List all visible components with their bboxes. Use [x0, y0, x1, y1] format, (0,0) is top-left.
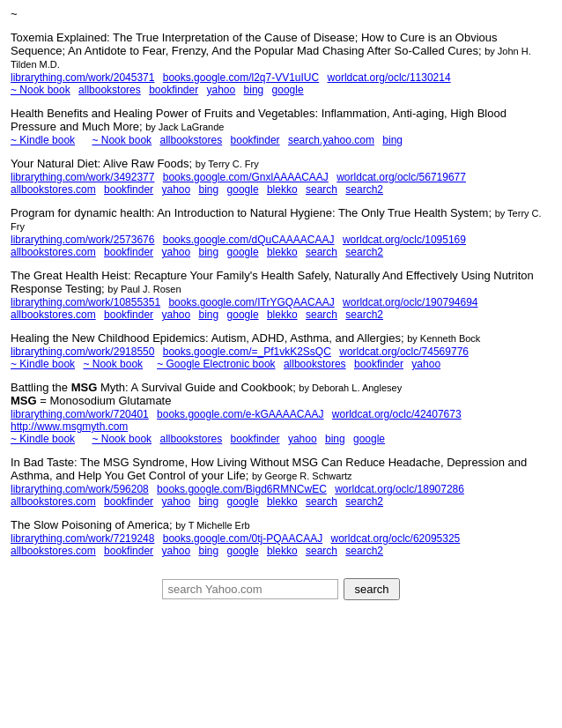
books-google-link[interactable]: books.google.com/ITrYGQAACAAJ: [168, 296, 334, 308]
allbookstores-link[interactable]: allbookstores: [78, 84, 141, 96]
search-link[interactable]: search: [306, 246, 337, 258]
bing-link[interactable]: bing: [199, 545, 219, 557]
search-link[interactable]: search: [306, 545, 337, 557]
google-link[interactable]: google: [227, 246, 259, 258]
search2-link[interactable]: search2: [345, 246, 383, 258]
yahoo-link[interactable]: yahoo: [207, 84, 236, 96]
librarything-link[interactable]: librarything.com/work/7219248: [11, 532, 154, 545]
books-google-link[interactable]: books.google.com/=_Pf1vkK2SsQC: [163, 345, 331, 358]
google-link[interactable]: google: [227, 545, 259, 557]
google-link[interactable]: google: [227, 495, 259, 508]
search-link[interactable]: search: [306, 308, 337, 321]
bing-link[interactable]: bing: [199, 183, 219, 196]
blekko-link[interactable]: blekko: [267, 545, 298, 557]
books-google-link[interactable]: books.google.com/GnxlAAAACAAJ: [163, 171, 329, 183]
books-google-link[interactable]: books.google.com/0tj-PQAACAAJ: [163, 532, 322, 545]
allbookstores-link[interactable]: allbookstores.com: [11, 308, 96, 321]
entry-title: Toxemia Explained: The True Interpretati…: [11, 31, 551, 71]
bookfinder-link[interactable]: bookfinder: [354, 358, 403, 370]
worldcat-link[interactable]: worldcat.org/oclc/18907286: [335, 483, 464, 495]
search-yahoo-link[interactable]: search.yahoo.com: [288, 134, 374, 146]
bing-link[interactable]: bing: [325, 433, 345, 445]
bookfinder-link[interactable]: bookfinder: [104, 183, 153, 196]
search2-link[interactable]: search2: [345, 308, 383, 321]
nook-book-link[interactable]: ~ Nook book: [11, 84, 70, 96]
nook-book-link[interactable]: ~ Nook book: [92, 134, 152, 146]
blekko-link[interactable]: blekko: [267, 495, 298, 508]
blekko-link[interactable]: blekko: [267, 308, 298, 321]
bookfinder-link[interactable]: bookfinder: [104, 545, 153, 557]
books-google-link[interactable]: books.google.com/dQuCAAAACAAJ: [163, 234, 335, 246]
entry-slow-poisoning: The Slow Poisoning of America; by T Mich…: [11, 518, 551, 557]
entry-links: librarything.com/work/2045371 books.goog…: [11, 71, 551, 96]
entry-links: librarything.com/work/2918550 books.goog…: [11, 345, 551, 370]
yahoo-link[interactable]: yahoo: [161, 495, 190, 508]
yahoo-link[interactable]: yahoo: [288, 433, 317, 445]
bookfinder-link[interactable]: bookfinder: [104, 308, 153, 321]
google-link[interactable]: google: [227, 183, 259, 196]
worldcat-link[interactable]: worldcat.org/oclc/190794694: [343, 296, 477, 308]
search-link[interactable]: search: [306, 495, 337, 508]
msgmyth-link[interactable]: http://www.msgmyth.com: [11, 420, 128, 433]
search-input[interactable]: [162, 579, 338, 599]
librarything-link[interactable]: librarything.com/work/3492377: [11, 171, 154, 183]
worldcat-link[interactable]: worldcat.org/oclc/1095169: [343, 234, 466, 246]
search2-link[interactable]: search2: [345, 495, 383, 508]
worldcat-link[interactable]: worldcat.org/oclc/42407673: [332, 408, 462, 420]
librarything-link[interactable]: librarything.com/work/596208: [11, 483, 149, 495]
books-google-link[interactable]: books.google.com/Bigd6RMNCwEC: [157, 483, 327, 495]
yahoo-link[interactable]: yahoo: [411, 358, 440, 370]
yahoo-link[interactable]: yahoo: [161, 545, 190, 557]
search-button[interactable]: search: [344, 578, 399, 600]
books-google-link[interactable]: books.google.com/e-kGAAAACAAJ: [157, 408, 323, 420]
librarything-link[interactable]: librarything.com/work/2045371: [11, 71, 154, 84]
yahoo-link[interactable]: yahoo: [161, 246, 190, 258]
yahoo-link[interactable]: yahoo: [161, 308, 190, 321]
search2-link[interactable]: search2: [345, 183, 383, 196]
entry-toxemia: Toxemia Explained: The True Interpretati…: [11, 31, 551, 96]
bing-link[interactable]: bing: [244, 84, 264, 96]
librarything-link[interactable]: librarything.com/work/720401: [11, 408, 149, 420]
bookfinder-link[interactable]: bookfinder: [104, 246, 153, 258]
bing-link[interactable]: bing: [199, 495, 219, 508]
search-link[interactable]: search: [306, 183, 337, 196]
entry-title: Battling the MSG Myth: A Survival Guide …: [11, 381, 551, 394]
worldcat-link[interactable]: worldcat.org/oclc/62095325: [331, 532, 461, 545]
bookfinder-link[interactable]: bookfinder: [231, 433, 280, 445]
librarything-link[interactable]: librarything.com/work/2918550: [11, 345, 154, 358]
search2-link[interactable]: search2: [345, 545, 383, 557]
entry-links: librarything.com/work/720401 books.googl…: [11, 408, 551, 445]
allbookstores-link[interactable]: allbookstores: [159, 433, 222, 445]
entry-natural-diet: Your Natural Diet: Alive Raw Foods; by T…: [11, 157, 551, 196]
nook-book-link[interactable]: ~ Nook book: [83, 358, 143, 370]
google-link[interactable]: google: [227, 308, 259, 321]
allbookstores-link[interactable]: allbookstores.com: [11, 183, 96, 196]
kindle-book-link[interactable]: ~ Kindle book: [11, 358, 75, 370]
yahoo-link[interactable]: yahoo: [161, 183, 190, 196]
librarything-link[interactable]: librarything.com/work/2573676: [11, 234, 154, 246]
worldcat-link[interactable]: worldcat.org/oclc/74569776: [339, 345, 469, 358]
google-link[interactable]: google: [272, 84, 304, 96]
google-electronic-link[interactable]: ~ Google Electronic book: [157, 358, 275, 370]
kindle-book-link[interactable]: ~ Kindle book: [11, 134, 75, 146]
nook-book-link[interactable]: ~ Nook book: [92, 433, 152, 445]
google-link[interactable]: google: [353, 433, 385, 445]
bing-link[interactable]: bing: [382, 134, 403, 146]
blekko-link[interactable]: blekko: [267, 183, 298, 196]
blekko-link[interactable]: blekko: [267, 246, 298, 258]
bookfinder-link[interactable]: bookfinder: [231, 134, 280, 146]
bing-link[interactable]: bing: [199, 246, 219, 258]
worldcat-link[interactable]: worldcat.org/oclc/1130214: [328, 71, 451, 84]
allbookstores-link[interactable]: allbookstores: [284, 358, 346, 370]
bookfinder-link[interactable]: bookfinder: [104, 495, 153, 508]
books-google-link[interactable]: books.google.com/l2q7-VV1uIUC: [163, 71, 319, 84]
bing-link[interactable]: bing: [199, 308, 219, 321]
allbookstores-link[interactable]: allbookstores.com: [11, 545, 96, 557]
worldcat-link[interactable]: worldcat.org/oclc/56719677: [336, 171, 466, 183]
bookfinder-link[interactable]: bookfinder: [149, 84, 198, 96]
allbookstores-link[interactable]: allbookstores: [159, 134, 222, 146]
librarything-link[interactable]: librarything.com/work/10855351: [11, 296, 160, 308]
allbookstores-link[interactable]: allbookstores.com: [11, 246, 96, 258]
kindle-book-link[interactable]: ~ Kindle book: [11, 433, 75, 445]
allbookstores-link[interactable]: allbookstores.com: [11, 495, 96, 508]
